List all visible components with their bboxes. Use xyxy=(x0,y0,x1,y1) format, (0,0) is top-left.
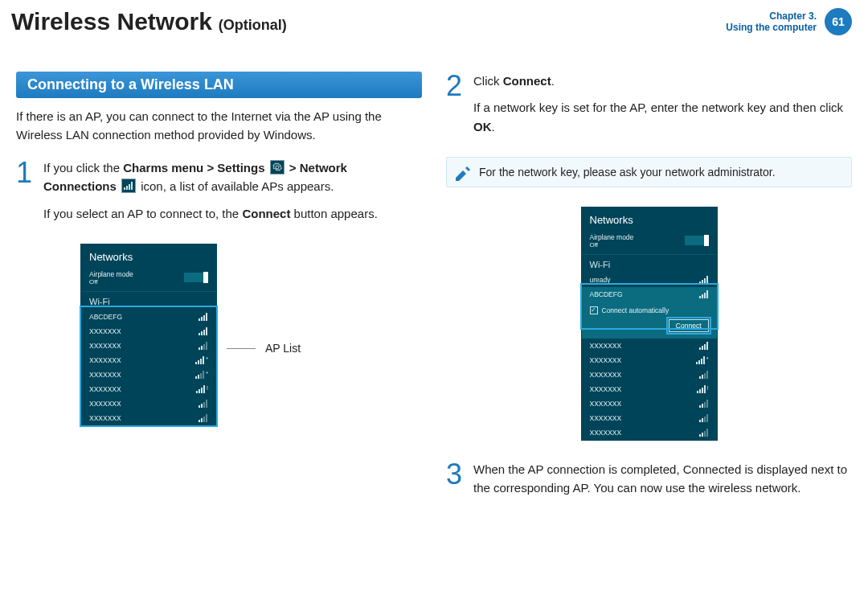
step-number-1: 1 xyxy=(16,158,34,231)
signal-secured-icon: * xyxy=(195,371,208,379)
ap-name: XXXXXXX xyxy=(89,385,121,393)
ap-name: XXXXXXX xyxy=(89,327,121,335)
ap-name: XXXXXXX xyxy=(89,414,121,422)
step-3-text: When the AP connection is completed, Con… xyxy=(473,460,852,498)
text: Click xyxy=(473,74,503,88)
ap-name: XXXXXXX xyxy=(590,385,622,393)
signal-bars-icon xyxy=(699,414,709,422)
ap-name: XXXXXXX xyxy=(590,371,622,379)
left-column: Connecting to a Wireless LAN If there is… xyxy=(16,72,422,510)
airplane-mode-off: Off xyxy=(89,278,133,285)
page-body: Connecting to a Wireless LAN If there is… xyxy=(0,44,868,510)
bold-connect: Connect xyxy=(242,207,290,220)
signal-secured-icon: ! xyxy=(697,385,709,393)
ap-name: XXXXXXX xyxy=(590,356,622,364)
text: If a network key is set for the AP, ente… xyxy=(473,101,843,114)
list-item[interactable]: XXXXXXX* xyxy=(81,353,216,368)
text: If you click the xyxy=(43,161,123,175)
ap-name: XXXXXXX xyxy=(89,356,121,364)
connect-button[interactable]: Connect xyxy=(669,319,709,332)
connect-auto-checkbox[interactable]: ✓ Connect automatically xyxy=(590,306,709,314)
signal-bars-icon xyxy=(699,290,709,298)
list-item[interactable]: XXXXXXX xyxy=(81,324,216,339)
list-item[interactable]: XXXXXXX* xyxy=(81,368,216,382)
page-number-badge: 61 xyxy=(825,8,852,35)
list-item[interactable]: XXXXXXX! xyxy=(582,382,717,396)
airplane-mode-toggle[interactable] xyxy=(685,236,709,245)
wifi-section-label: Wi-Fi xyxy=(81,291,216,310)
step-3: 3 When the AP connection is completed, C… xyxy=(446,460,852,498)
step-1-body: If you click the Charms menu > Settings … xyxy=(43,158,422,231)
list-item[interactable]: XXXXXXX xyxy=(582,396,717,411)
signal-bars-icon xyxy=(199,400,208,408)
airplane-mode-off: Off xyxy=(590,241,634,248)
bold-connect: Connect xyxy=(503,74,551,88)
ap-name: XXXXXXX xyxy=(590,429,622,437)
settings-gear-icon xyxy=(270,160,285,175)
signal-bars-icon xyxy=(699,371,709,379)
networks-panel-2: Networks Airplane mode Off Wi-Fi uready … xyxy=(581,207,718,441)
text: button appears. xyxy=(290,207,377,220)
signal-secured-icon: * xyxy=(696,356,709,364)
ap-name: XXXXXXX xyxy=(590,414,622,422)
list-item[interactable]: XXXXXXX xyxy=(582,339,717,353)
signal-bars-icon xyxy=(699,400,709,408)
step-1-line2: If you select an AP to connect to, the C… xyxy=(43,204,422,223)
chapter-line1: Chapter 3. xyxy=(726,10,817,22)
chapter-line2: Using the computer xyxy=(726,22,817,33)
ap-name: XXXXXXX xyxy=(89,371,121,379)
ap-name: XXXXXXX xyxy=(590,400,622,408)
network-bars-icon xyxy=(121,179,136,193)
ap-list-container: ABCDEFG XXXXXXX XXXXXXX XXXXXXX* XXXXXXX… xyxy=(81,310,216,425)
networks-panel-1: Networks Airplane mode Off Wi-Fi ABCDEFG… xyxy=(80,244,217,426)
step-1-line1: If you click the Charms menu > Settings … xyxy=(43,158,422,196)
connect-button-row: Connect xyxy=(590,319,709,332)
ap-name: ABCDEFG xyxy=(590,290,623,298)
screenshot-1-wrap: Networks Airplane mode Off Wi-Fi ABCDEFG… xyxy=(80,244,422,426)
step-number-2: 2 xyxy=(446,72,464,144)
screenshot-2-wrap: Networks Airplane mode Off Wi-Fi uready … xyxy=(446,207,852,441)
signal-bars-icon xyxy=(199,414,208,422)
intro-paragraph: If there is an AP, you can connect to th… xyxy=(16,108,422,144)
header-right-group: Chapter 3. Using the computer 61 xyxy=(726,8,852,35)
step-2-line2: If a network key is set for the AP, ente… xyxy=(473,98,852,136)
airplane-mode-row: Airplane mode Off xyxy=(582,231,717,251)
signal-secured-icon: ! xyxy=(196,385,208,393)
signal-bars-icon xyxy=(699,342,709,350)
ap-name: XXXXXXX xyxy=(89,342,121,350)
list-item[interactable]: XXXXXXX xyxy=(582,368,717,382)
note-text: For the network key, please ask your net… xyxy=(479,166,776,179)
list-item-uready[interactable]: uready xyxy=(582,273,717,287)
selected-ap-expanded: ✓ Connect automatically Connect xyxy=(582,302,717,339)
signal-secured-icon: * xyxy=(195,356,208,364)
page-title-group: Wireless Network (Optional) xyxy=(11,8,287,35)
list-item[interactable]: ABCDEFG xyxy=(81,310,216,324)
page-header: Wireless Network (Optional) Chapter 3. U… xyxy=(0,0,868,44)
ap-name: XXXXXXX xyxy=(590,342,622,350)
connect-auto-label: Connect automatically xyxy=(602,306,669,314)
signal-bars-icon xyxy=(199,342,208,350)
list-item[interactable]: XXXXXXX xyxy=(81,339,216,353)
list-item[interactable]: XXXXXXX* xyxy=(582,353,717,368)
note-pen-icon xyxy=(453,164,473,183)
charms-path: Charms menu > Settings xyxy=(123,161,268,175)
list-item-selected[interactable]: ABCDEFG xyxy=(582,287,717,302)
checkbox-checked-icon: ✓ xyxy=(590,306,598,314)
step-2-body: Click Connect. If a network key is set f… xyxy=(473,72,852,144)
page-subtitle: (Optional) xyxy=(219,17,287,34)
chapter-info: Chapter 3. Using the computer xyxy=(726,10,817,34)
signal-bars-icon xyxy=(199,327,208,335)
list-item[interactable]: XXXXXXX xyxy=(81,396,216,411)
step-2: 2 Click Connect. If a network key is set… xyxy=(446,72,852,144)
list-item[interactable]: XXXXXXX xyxy=(582,411,717,425)
text: icon, a list of available APs appears. xyxy=(141,179,334,193)
page-title: Wireless Network xyxy=(11,8,212,35)
airplane-mode-label: Airplane mode xyxy=(89,270,133,278)
text: . xyxy=(551,74,555,88)
list-item[interactable]: XXXXXXX xyxy=(582,425,717,440)
list-item[interactable]: XXXXXXX! xyxy=(81,382,216,396)
signal-bars-icon xyxy=(699,429,709,437)
list-item[interactable]: XXXXXXX xyxy=(81,411,216,425)
panel1-title: Networks xyxy=(81,244,216,268)
airplane-mode-toggle[interactable] xyxy=(184,273,208,282)
